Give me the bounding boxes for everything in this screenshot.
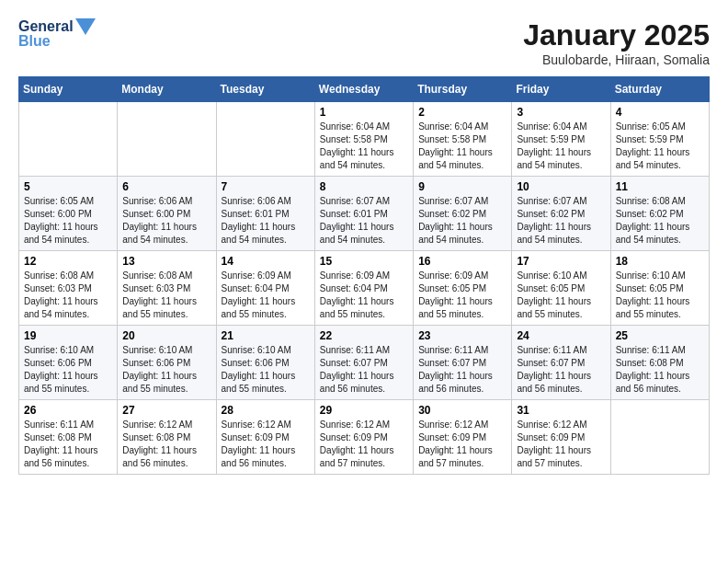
calendar-cell: 3Sunrise: 6:04 AMSunset: 5:59 PMDaylight…: [512, 102, 610, 177]
day-number: 29: [320, 404, 408, 417]
day-info: Sunrise: 6:10 AMSunset: 6:05 PMDaylight:…: [616, 270, 704, 321]
calendar-week-4: 19Sunrise: 6:10 AMSunset: 6:06 PMDayligh…: [19, 326, 710, 400]
calendar-cell: [216, 102, 314, 177]
header-day-wednesday: Wednesday: [314, 77, 413, 102]
header-day-sunday: Sunday: [19, 77, 118, 102]
day-info: Sunrise: 6:07 AMSunset: 6:02 PMDaylight:…: [517, 195, 605, 247]
day-info: Sunrise: 6:09 AMSunset: 6:04 PMDaylight:…: [222, 270, 310, 321]
day-number: 3: [517, 106, 605, 119]
calendar-cell: 31Sunrise: 6:12 AMSunset: 6:09 PMDayligh…: [512, 400, 610, 475]
day-info: Sunrise: 6:08 AMSunset: 6:03 PMDaylight:…: [24, 270, 112, 321]
day-info: Sunrise: 6:07 AMSunset: 6:01 PMDaylight:…: [320, 195, 408, 247]
day-info: Sunrise: 6:11 AMSunset: 6:07 PMDaylight:…: [320, 344, 408, 396]
calendar-cell: 8Sunrise: 6:07 AMSunset: 6:01 PMDaylight…: [314, 177, 413, 251]
day-number: 20: [122, 329, 210, 342]
calendar-cell: 10Sunrise: 6:07 AMSunset: 6:02 PMDayligh…: [512, 177, 610, 251]
calendar-cell: 2Sunrise: 6:04 AMSunset: 5:58 PMDaylight…: [414, 102, 512, 177]
header-day-friday: Friday: [512, 77, 610, 102]
calendar-cell: 25Sunrise: 6:11 AMSunset: 6:08 PMDayligh…: [610, 326, 709, 400]
day-number: 23: [418, 329, 506, 342]
day-info: Sunrise: 6:05 AMSunset: 5:59 PMDaylight:…: [616, 121, 704, 172]
day-number: 10: [517, 180, 605, 193]
calendar-week-2: 5Sunrise: 6:05 AMSunset: 6:00 PMDaylight…: [19, 177, 710, 251]
day-info: Sunrise: 6:06 AMSunset: 6:01 PMDaylight:…: [222, 195, 310, 247]
day-number: 15: [320, 255, 408, 268]
calendar-cell: 28Sunrise: 6:12 AMSunset: 6:09 PMDayligh…: [216, 400, 314, 475]
day-info: Sunrise: 6:08 AMSunset: 6:03 PMDaylight:…: [122, 270, 210, 321]
day-number: 28: [222, 404, 310, 417]
calendar-week-3: 12Sunrise: 6:08 AMSunset: 6:03 PMDayligh…: [19, 251, 710, 326]
calendar-cell: 29Sunrise: 6:12 AMSunset: 6:09 PMDayligh…: [314, 400, 413, 475]
calendar-cell: 4Sunrise: 6:05 AMSunset: 5:59 PMDaylight…: [610, 102, 709, 177]
day-number: 22: [320, 329, 408, 342]
day-number: 6: [122, 180, 210, 193]
day-info: Sunrise: 6:10 AMSunset: 6:06 PMDaylight:…: [122, 344, 210, 396]
calendar-cell: 12Sunrise: 6:08 AMSunset: 6:03 PMDayligh…: [19, 251, 118, 326]
calendar-cell: 18Sunrise: 6:10 AMSunset: 6:05 PMDayligh…: [610, 251, 709, 326]
calendar-cell: [610, 400, 709, 475]
logo-text-blue: Blue: [18, 33, 96, 50]
day-number: 7: [222, 180, 310, 193]
day-number: 13: [122, 255, 210, 268]
calendar-cell: 27Sunrise: 6:12 AMSunset: 6:08 PMDayligh…: [118, 400, 216, 475]
calendar-cell: 13Sunrise: 6:08 AMSunset: 6:03 PMDayligh…: [118, 251, 216, 326]
day-info: Sunrise: 6:11 AMSunset: 6:08 PMDaylight:…: [616, 344, 704, 396]
calendar-cell: 23Sunrise: 6:11 AMSunset: 6:07 PMDayligh…: [414, 326, 512, 400]
day-number: 16: [418, 255, 506, 268]
calendar-cell: 5Sunrise: 6:05 AMSunset: 6:00 PMDaylight…: [19, 177, 118, 251]
day-info: Sunrise: 6:10 AMSunset: 6:05 PMDaylight:…: [517, 270, 605, 321]
day-number: 30: [418, 404, 506, 417]
day-info: Sunrise: 6:08 AMSunset: 6:02 PMDaylight:…: [616, 195, 704, 247]
header-day-monday: Monday: [118, 77, 216, 102]
day-number: 17: [517, 255, 605, 268]
calendar-cell: 11Sunrise: 6:08 AMSunset: 6:02 PMDayligh…: [610, 177, 709, 251]
day-info: Sunrise: 6:05 AMSunset: 6:00 PMDaylight:…: [24, 195, 112, 247]
day-number: 14: [222, 255, 310, 268]
calendar-cell: 14Sunrise: 6:09 AMSunset: 6:04 PMDayligh…: [216, 251, 314, 326]
calendar-cell: 15Sunrise: 6:09 AMSunset: 6:04 PMDayligh…: [314, 251, 413, 326]
day-number: 21: [222, 329, 310, 342]
day-number: 2: [418, 106, 506, 119]
day-info: Sunrise: 6:09 AMSunset: 6:05 PMDaylight:…: [418, 270, 506, 321]
day-info: Sunrise: 6:04 AMSunset: 5:58 PMDaylight:…: [320, 121, 408, 172]
day-number: 11: [616, 180, 704, 193]
calendar-cell: 20Sunrise: 6:10 AMSunset: 6:06 PMDayligh…: [118, 326, 216, 400]
day-number: 27: [122, 404, 210, 417]
day-info: Sunrise: 6:04 AMSunset: 5:59 PMDaylight:…: [517, 121, 605, 172]
calendar-cell: [118, 102, 216, 177]
header-day-tuesday: Tuesday: [216, 77, 314, 102]
logo: General Blue: [18, 18, 96, 50]
day-number: 19: [24, 329, 112, 342]
day-number: 24: [517, 329, 605, 342]
day-number: 1: [320, 106, 408, 119]
day-info: Sunrise: 6:11 AMSunset: 6:07 PMDaylight:…: [517, 344, 605, 396]
day-info: Sunrise: 6:07 AMSunset: 6:02 PMDaylight:…: [418, 195, 506, 247]
day-number: 8: [320, 180, 408, 193]
day-number: 12: [24, 255, 112, 268]
calendar-cell: 9Sunrise: 6:07 AMSunset: 6:02 PMDaylight…: [414, 177, 512, 251]
calendar-cell: 22Sunrise: 6:11 AMSunset: 6:07 PMDayligh…: [314, 326, 413, 400]
day-info: Sunrise: 6:09 AMSunset: 6:04 PMDaylight:…: [320, 270, 408, 321]
month-title: January 2025: [523, 18, 710, 52]
day-info: Sunrise: 6:12 AMSunset: 6:09 PMDaylight:…: [320, 419, 408, 470]
day-number: 25: [616, 329, 704, 342]
calendar-cell: 26Sunrise: 6:11 AMSunset: 6:08 PMDayligh…: [19, 400, 118, 475]
calendar-cell: [19, 102, 118, 177]
day-number: 18: [616, 255, 704, 268]
calendar-cell: 24Sunrise: 6:11 AMSunset: 6:07 PMDayligh…: [512, 326, 610, 400]
day-info: Sunrise: 6:06 AMSunset: 6:00 PMDaylight:…: [122, 195, 210, 247]
calendar-cell: 19Sunrise: 6:10 AMSunset: 6:06 PMDayligh…: [19, 326, 118, 400]
day-info: Sunrise: 6:12 AMSunset: 6:09 PMDaylight:…: [222, 419, 310, 470]
title-area: January 2025 Buulobarde, Hiiraan, Somali…: [523, 18, 710, 67]
calendar-table: SundayMondayTuesdayWednesdayThursdayFrid…: [18, 76, 710, 475]
day-info: Sunrise: 6:11 AMSunset: 6:07 PMDaylight:…: [418, 344, 506, 396]
day-number: 5: [24, 180, 112, 193]
day-info: Sunrise: 6:12 AMSunset: 6:08 PMDaylight:…: [122, 419, 210, 470]
calendar-week-5: 26Sunrise: 6:11 AMSunset: 6:08 PMDayligh…: [19, 400, 710, 475]
day-info: Sunrise: 6:11 AMSunset: 6:08 PMDaylight:…: [24, 419, 112, 470]
location: Buulobarde, Hiiraan, Somalia: [523, 52, 710, 67]
calendar-cell: 21Sunrise: 6:10 AMSunset: 6:06 PMDayligh…: [216, 326, 314, 400]
calendar-cell: 16Sunrise: 6:09 AMSunset: 6:05 PMDayligh…: [414, 251, 512, 326]
calendar-cell: 6Sunrise: 6:06 AMSunset: 6:00 PMDaylight…: [118, 177, 216, 251]
day-number: 31: [517, 404, 605, 417]
